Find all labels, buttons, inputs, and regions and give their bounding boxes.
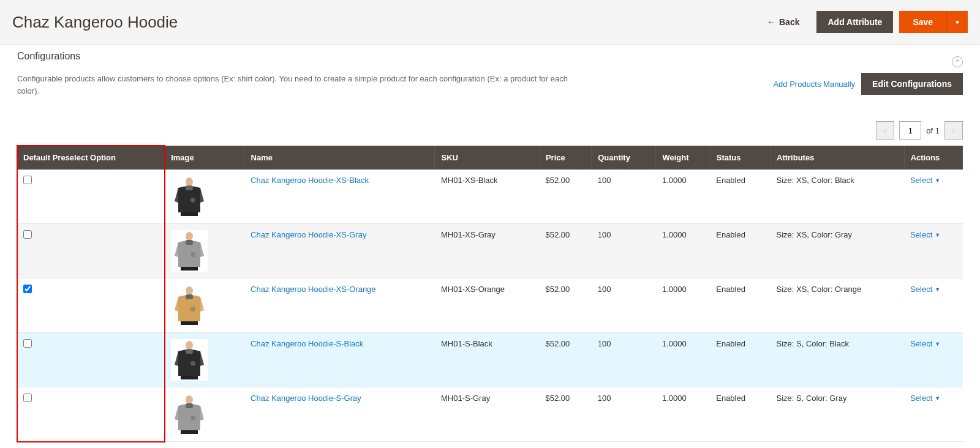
edit-configurations-button[interactable]: Edit Configurations — [861, 73, 963, 95]
image-cell — [165, 333, 244, 387]
select-label: Select — [910, 285, 932, 294]
preselect-checkbox[interactable] — [23, 339, 32, 348]
svg-rect-14 — [181, 376, 198, 379]
attributes-cell: Size: XS, Color: Black — [771, 170, 905, 224]
preselect-checkbox[interactable] — [23, 176, 32, 184]
attributes-cell: Size: S, Color: Black — [771, 333, 905, 387]
select-label: Select — [910, 394, 932, 403]
weight-cell: 1.0000 — [656, 387, 710, 442]
caret-down-icon: ▼ — [935, 286, 940, 293]
preselect-cell — [17, 333, 165, 387]
name-cell: Chaz Kangeroo Hoodie-S-Black — [244, 333, 435, 387]
col-header-weight: Weight — [656, 146, 710, 170]
preselect-checkbox[interactable] — [23, 230, 32, 239]
status-cell: Enabled — [710, 278, 770, 333]
col-header-attributes: Attributes — [771, 146, 905, 170]
add-products-manually-link[interactable]: Add Products Manually — [773, 80, 855, 89]
table-row: Chaz Kangeroo Hoodie-XS-Orange MH01-XS-O… — [17, 278, 963, 333]
section-title: Configurations — [17, 51, 80, 62]
save-button-group: Save ▼ — [899, 11, 968, 33]
caret-down-icon: ▼ — [954, 19, 960, 26]
table-row: Chaz Kangeroo Hoodie-S-Black MH01-S-Blac… — [17, 333, 963, 387]
image-cell — [165, 387, 244, 442]
table-wrap: Default Preselect Option Image Name SKU … — [17, 146, 963, 442]
page-title: Chaz Kangeroo Hoodie — [12, 13, 178, 32]
product-thumb — [171, 285, 208, 326]
product-thumb — [171, 394, 208, 435]
actions-cell: Select ▼ — [904, 224, 962, 278]
product-name-link[interactable]: Chaz Kangeroo Hoodie-S-Black — [251, 339, 363, 348]
caret-down-icon: ▼ — [935, 177, 940, 184]
collapse-toggle-icon[interactable]: ⌃ — [952, 56, 963, 67]
svg-point-16 — [186, 395, 193, 404]
arrow-left-icon: ← — [767, 17, 775, 27]
product-thumb — [171, 230, 208, 272]
actions-cell: Select ▼ — [904, 278, 962, 333]
table-row: Chaz Kangeroo Hoodie-XS-Gray MH01-XS-Gra… — [17, 224, 963, 278]
preselect-checkbox[interactable] — [23, 285, 32, 293]
preselect-cell — [17, 170, 165, 224]
config-actions: Add Products Manually Edit Configuration… — [773, 73, 963, 95]
status-cell: Enabled — [710, 170, 770, 224]
actions-cell: Select ▼ — [904, 387, 962, 442]
configurations-table: Default Preselect Option Image Name SKU … — [17, 146, 963, 442]
product-thumb — [171, 339, 208, 381]
caret-down-icon: ▼ — [935, 395, 940, 401]
row-action-select[interactable]: Select ▼ — [910, 285, 940, 294]
attributes-cell: Size: XS, Color: Gray — [771, 224, 905, 278]
page-header: Chaz Kangeroo Hoodie ← Back Add Attribut… — [0, 0, 980, 45]
pager-page-input[interactable] — [899, 121, 921, 140]
save-dropdown-toggle[interactable]: ▼ — [946, 11, 968, 33]
config-description: Configurable products allow customers to… — [17, 73, 568, 97]
back-button[interactable]: ← Back — [756, 11, 810, 33]
product-name-link[interactable]: Chaz Kangeroo Hoodie-XS-Black — [251, 176, 369, 185]
col-header-price: Price — [539, 146, 591, 170]
save-button[interactable]: Save — [899, 11, 946, 33]
preselect-cell — [17, 224, 165, 278]
row-action-select[interactable]: Select ▼ — [910, 339, 940, 348]
pager: ‹ of 1 › — [17, 121, 963, 140]
row-action-select[interactable]: Select ▼ — [910, 176, 940, 185]
product-name-link[interactable]: Chaz Kangeroo Hoodie-XS-Orange — [251, 285, 376, 294]
weight-cell: 1.0000 — [656, 278, 710, 333]
caret-down-icon: ▼ — [935, 232, 940, 238]
price-cell: $52.00 — [539, 224, 591, 278]
product-name-link[interactable]: Chaz Kangeroo Hoodie-XS-Gray — [251, 230, 366, 239]
svg-rect-9 — [186, 294, 193, 299]
row-action-select[interactable]: Select ▼ — [910, 394, 940, 403]
status-cell: Enabled — [710, 224, 770, 278]
svg-rect-10 — [181, 321, 198, 325]
qty-cell: 100 — [592, 387, 656, 442]
weight-cell: 1.0000 — [656, 170, 710, 224]
price-cell: $52.00 — [539, 278, 591, 333]
image-cell — [165, 278, 244, 333]
svg-point-8 — [186, 286, 193, 295]
svg-rect-13 — [186, 349, 193, 354]
sku-cell: MH01-S-Gray — [435, 387, 539, 442]
svg-point-12 — [186, 341, 193, 349]
col-header-name: Name — [244, 146, 435, 170]
svg-point-0 — [186, 177, 193, 186]
image-cell — [165, 224, 244, 278]
table-header-row: Default Preselect Option Image Name SKU … — [17, 146, 963, 170]
sku-cell: MH01-XS-Gray — [435, 224, 539, 278]
preselect-cell — [17, 387, 165, 442]
sku-cell: MH01-XS-Orange — [435, 278, 539, 333]
price-cell: $52.00 — [539, 170, 591, 224]
caret-down-icon: ▼ — [935, 341, 940, 347]
svg-rect-1 — [186, 185, 193, 190]
table-row: Chaz Kangeroo Hoodie-XS-Black MH01-XS-Bl… — [17, 170, 963, 224]
sku-cell: MH01-S-Black — [435, 333, 539, 387]
preselect-cell — [17, 278, 165, 333]
select-label: Select — [910, 339, 932, 348]
pager-next-button[interactable]: › — [944, 121, 963, 140]
preselect-checkbox[interactable] — [23, 394, 32, 402]
row-action-select[interactable]: Select ▼ — [910, 230, 940, 239]
add-attribute-button[interactable]: Add Attribute — [816, 11, 893, 33]
qty-cell: 100 — [592, 224, 656, 278]
svg-point-11 — [190, 307, 195, 312]
product-thumb — [171, 176, 208, 217]
product-name-link[interactable]: Chaz Kangeroo Hoodie-S-Gray — [251, 394, 361, 403]
qty-cell: 100 — [592, 333, 656, 387]
pager-prev-button[interactable]: ‹ — [876, 121, 894, 140]
